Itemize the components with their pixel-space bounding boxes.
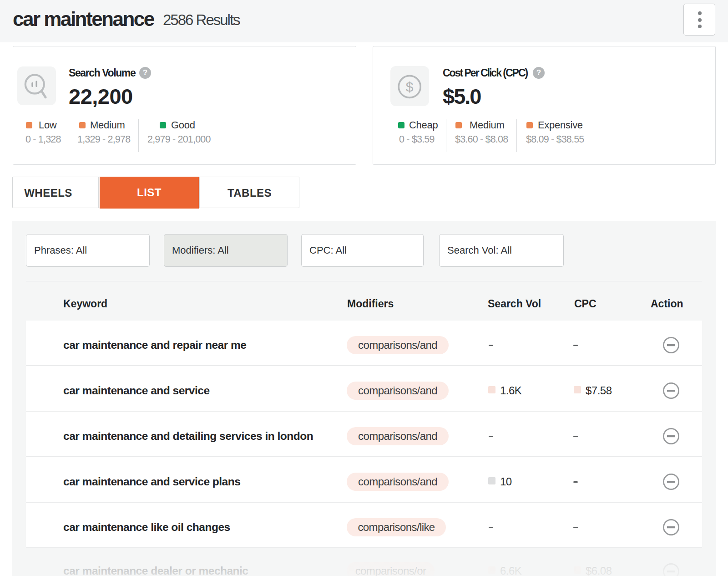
svg-text:$: $ [406,79,414,94]
